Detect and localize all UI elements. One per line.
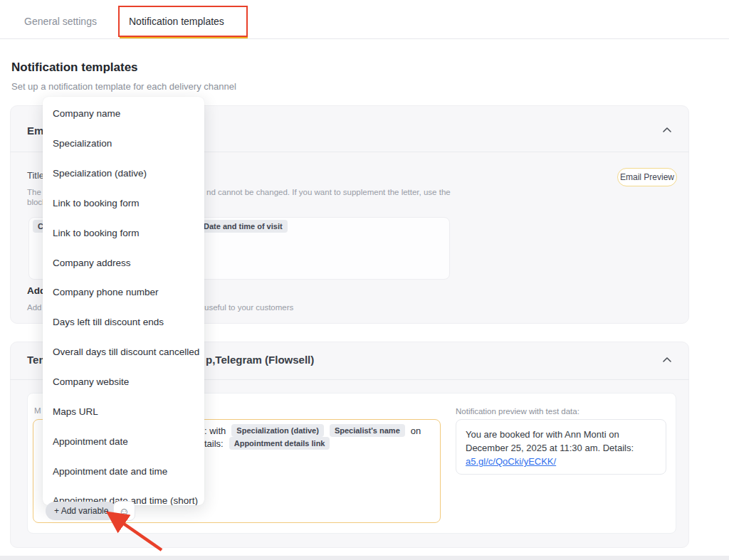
composer-text-details-fragment: tails:	[204, 438, 224, 449]
tab-general-settings[interactable]: General settings	[24, 16, 97, 27]
preview-text-line-2: December 25, 2025 at 11:30 am. Details:	[466, 441, 656, 455]
preview-link[interactable]: a5.gl/c/QoCki/yECKK/	[466, 456, 556, 467]
add-variable-button[interactable]: + Add variable	[46, 502, 117, 520]
dropdown-item[interactable]: Specialization	[43, 129, 204, 159]
composer-text-on: on	[411, 426, 421, 436]
additional-block-desc-left: Add	[27, 303, 41, 312]
dropdown-item[interactable]: Company name	[43, 99, 204, 129]
annotation-red-box	[118, 6, 248, 37]
page-title: Notification templates	[11, 60, 138, 75]
message-label: M	[34, 406, 41, 415]
notification-preview-box: You are booked for with Ann Monti on Dec…	[456, 419, 666, 475]
variable-chip-date-time-of-visit[interactable]: Date and time of visit	[199, 220, 288, 233]
chevron-up-icon[interactable]	[662, 127, 672, 133]
composer-line-1: : with Specialization (dative) Specialis…	[204, 424, 421, 437]
email-preview-button[interactable]: Email Preview	[617, 168, 677, 186]
dropdown-item[interactable]: Company phone number	[43, 278, 204, 307]
dropdown-item[interactable]: Overall days till discount cancelled	[43, 337, 204, 367]
tabs-divider	[0, 38, 729, 39]
dropdown-item[interactable]: Days left till discount ends	[43, 307, 204, 337]
dropdown-item[interactable]: Company address	[43, 248, 204, 278]
dropdown-item[interactable]: Appointment date	[43, 426, 204, 456]
page-subtitle: Set up a notification template for each …	[11, 81, 236, 92]
next-card-edge	[0, 556, 729, 560]
composer-text-fragment: : with	[204, 426, 226, 436]
email-desc-right: nd cannot be changed. If you want to sup…	[206, 188, 451, 196]
additional-block-desc-right: useful to your customers	[204, 303, 293, 312]
variables-dropdown: Company nameSpecializationSpecialization…	[43, 97, 204, 505]
templates-card-title-right: p,Telegram (Flowsell)	[206, 354, 314, 366]
email-title-label: Title	[27, 170, 44, 181]
notification-preview-label: Notification preview with test data:	[456, 407, 579, 416]
dropdown-item[interactable]: Link to booking form	[43, 218, 204, 248]
dropdown-item[interactable]: Appointment date and time	[43, 456, 204, 486]
composer-line-2: tails: Appointment details link	[204, 437, 330, 450]
dropdown-item[interactable]: Maps URL	[43, 396, 204, 426]
preview-text-line-1: You are booked for with Ann Monti on	[466, 428, 656, 441]
dropdown-item[interactable]: Company website	[43, 367, 204, 397]
email-desc-left-1: The	[27, 188, 41, 196]
emoji-picker-button[interactable]: ☺	[113, 501, 135, 521]
chevron-up-icon[interactable]	[662, 356, 672, 363]
dropdown-item[interactable]: Specialization (dative)	[43, 159, 204, 189]
dropdown-item[interactable]: Link to booking form	[43, 189, 204, 218]
variable-chip-appointment-details-link[interactable]: Appointment details link	[229, 437, 330, 450]
variable-chip-specialists-name[interactable]: Specialist's name	[330, 424, 405, 437]
variable-chip-specialization-dative[interactable]: Specialization (dative)	[231, 424, 324, 437]
